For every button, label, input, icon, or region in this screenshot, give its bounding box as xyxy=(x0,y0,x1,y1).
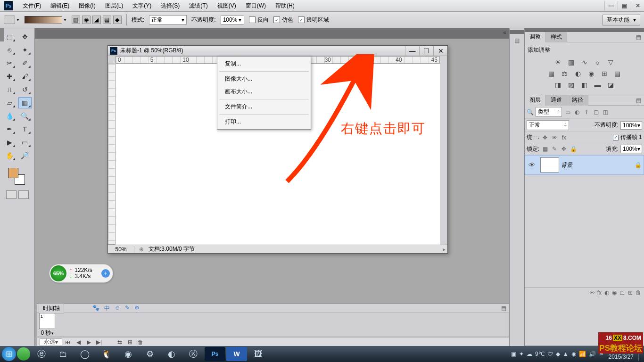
magic-wand-tool-icon[interactable]: ✦◢ xyxy=(18,44,32,56)
emoji-icon[interactable]: ☺ xyxy=(115,304,120,313)
taskbar-app-6-icon[interactable]: ◉ xyxy=(118,347,139,361)
gradient-tool-icon[interactable]: ▦◢ xyxy=(18,97,32,108)
layers-menu-icon[interactable]: ▤ xyxy=(633,97,644,104)
menu-view[interactable]: 视图(V) xyxy=(213,0,241,11)
loop-select[interactable]: 永远 ▾ xyxy=(40,338,62,346)
curves-icon[interactable]: ∿ xyxy=(580,58,589,66)
hand-tool-icon[interactable]: ✋◢ xyxy=(3,150,16,161)
paw-icon[interactable]: 🐾 xyxy=(92,304,99,313)
black-white-icon[interactable]: ◐ xyxy=(573,69,583,78)
eyedropper-tool-icon[interactable]: ✐◢ xyxy=(18,58,32,69)
document-maximize-button[interactable]: ☐ xyxy=(419,46,433,56)
filter-pixel-icon[interactable]: ▭ xyxy=(564,109,571,115)
taskbar-browser-icon[interactable]: ◯ xyxy=(74,347,95,361)
unify-position-icon[interactable]: ✥ xyxy=(541,134,549,141)
levels-icon[interactable]: ▥ xyxy=(567,58,576,66)
menu-image[interactable]: 图像(I) xyxy=(74,0,100,11)
layer-style-icon[interactable]: fx xyxy=(597,289,602,296)
tray-weather-icon[interactable]: ☁ xyxy=(527,351,532,357)
eraser-tool-icon[interactable]: ▱◢ xyxy=(3,97,16,108)
duplicate-frame-icon[interactable]: ⊞ xyxy=(125,338,135,346)
document-titlebar[interactable]: Ps 未标题-1 @ 50%(RGB/8) — ☐ ✕ xyxy=(108,46,447,56)
next-frame-icon[interactable]: ▶| xyxy=(94,338,104,346)
taskbar-kugou-icon[interactable]: Ⓚ xyxy=(183,347,204,361)
document-minimize-button[interactable]: — xyxy=(405,46,419,56)
delete-layer-icon[interactable]: 🗑 xyxy=(636,289,641,296)
channel-mixer-icon[interactable]: ⊞ xyxy=(600,69,609,78)
move-tool-icon[interactable]: ✥ xyxy=(18,31,32,42)
lock-image-icon[interactable]: ✎ xyxy=(551,146,558,152)
vibrance-icon[interactable]: ▽ xyxy=(606,58,616,66)
tray-icon-5[interactable]: ◆ xyxy=(556,351,560,357)
vertical-ruler[interactable] xyxy=(108,64,116,245)
document-close-button[interactable]: ✕ xyxy=(433,46,447,56)
crop-tool-icon[interactable]: ✂◢ xyxy=(3,58,16,69)
taskbar-app-8-icon[interactable]: ◐ xyxy=(161,347,182,361)
invert-icon[interactable]: ◨ xyxy=(553,81,563,89)
path-selection-tool-icon[interactable]: ▶◢ xyxy=(3,137,16,148)
gradient-angle-icon[interactable]: ◢ xyxy=(92,16,101,24)
tween-icon[interactable]: ⇆ xyxy=(115,338,124,346)
tray-icon-6[interactable]: ▲ xyxy=(563,351,569,357)
layer-fill-input[interactable]: 100%▾ xyxy=(620,145,642,153)
color-lookup-icon[interactable]: ▤ xyxy=(613,69,622,78)
frame-delay[interactable]: 0 秒▾ xyxy=(39,329,55,337)
blur-tool-icon[interactable]: 💧◢ xyxy=(3,110,16,122)
menu-select[interactable]: 选择(S) xyxy=(156,0,184,11)
tool-preset-dropdown-icon[interactable]: ▼ xyxy=(16,18,20,22)
gradient-dropdown-icon[interactable]: ▼ xyxy=(63,18,67,22)
proof-icon[interactable]: ⊕ xyxy=(139,246,144,253)
play-icon[interactable]: ▶ xyxy=(84,338,93,346)
transparency-checkbox[interactable]: ✓ xyxy=(298,16,305,23)
menu-help[interactable]: 帮助(H) xyxy=(271,0,299,11)
tray-shield-icon[interactable]: 🛡 xyxy=(547,351,553,357)
marquee-tool-icon[interactable]: ⬚◢ xyxy=(3,31,16,42)
type-tool-icon[interactable]: T◢ xyxy=(18,123,32,135)
foreground-color-swatch[interactable] xyxy=(8,168,18,178)
ime-chinese-icon[interactable]: 中 xyxy=(104,304,110,313)
delete-frame-icon[interactable]: 🗑 xyxy=(136,338,145,346)
zoom-tool-icon[interactable]: 🔎 xyxy=(18,150,32,161)
gradient-map-icon[interactable]: ▬ xyxy=(593,81,603,89)
taskbar-qq-icon[interactable]: 🐧 xyxy=(96,347,117,361)
dither-checkbox[interactable]: ✓ xyxy=(273,16,280,23)
layer-lock-icon[interactable]: 🔒 xyxy=(632,162,644,168)
new-group-icon[interactable]: 🗀 xyxy=(619,289,625,296)
blend-mode-select[interactable]: 正常▾ xyxy=(149,15,187,25)
history-collapsed-icon[interactable]: ▤ xyxy=(512,35,523,46)
gradient-linear-icon[interactable]: ▥ xyxy=(72,16,80,24)
color-balance-icon[interactable]: ⚖ xyxy=(560,69,570,78)
clone-stamp-tool-icon[interactable]: ⎍◢ xyxy=(3,84,16,95)
menu-filter[interactable]: 滤镜(T) xyxy=(184,0,212,11)
hue-saturation-icon[interactable]: ▦ xyxy=(547,69,556,78)
layer-thumbnail[interactable] xyxy=(540,157,559,173)
lock-position-icon[interactable]: ✥ xyxy=(560,146,568,152)
tray-icon-2[interactable]: ✦ xyxy=(519,351,524,357)
taskbar-media-icon[interactable]: ⚙ xyxy=(140,347,160,361)
taskbar-ie-icon[interactable]: ⓔ xyxy=(31,347,52,361)
brightness-contrast-icon[interactable]: ☀ xyxy=(553,58,563,66)
workspace-switcher[interactable]: 基本功能▾ xyxy=(603,15,640,25)
channels-tab[interactable]: 通道 xyxy=(546,95,567,106)
layer-mask-icon[interactable]: ◐ xyxy=(604,289,609,296)
pen-tool-icon[interactable]: ✒◢ xyxy=(3,123,16,135)
menu-edit[interactable]: 编辑(E) xyxy=(46,0,74,11)
document-info[interactable]: 文档:3.00M/0 字节 xyxy=(149,245,195,253)
app-maximize-button[interactable]: ▣ xyxy=(618,1,631,10)
filter-smart-icon[interactable]: ◫ xyxy=(602,109,609,115)
edit-standard-mode-icon[interactable] xyxy=(6,190,17,199)
layer-item-background[interactable]: 👁 背景 🔒 xyxy=(525,155,644,175)
timeline-menu-icon[interactable]: ▤ xyxy=(498,305,509,312)
layer-filter-select[interactable]: 类型÷ xyxy=(536,107,562,117)
unify-visibility-icon[interactable]: 👁 xyxy=(551,134,558,141)
menu-layer[interactable]: 图层(L) xyxy=(100,0,128,11)
context-file-info[interactable]: 文件简介... xyxy=(217,100,311,113)
posterize-icon[interactable]: ▨ xyxy=(567,81,576,89)
layer-blend-mode-select[interactable]: 正常÷ xyxy=(527,120,569,130)
tray-volume-icon[interactable]: 🔊 xyxy=(589,351,596,357)
context-canvas-size[interactable]: 画布大小... xyxy=(217,85,311,98)
layer-name[interactable]: 背景 xyxy=(561,161,632,169)
taskbar-photoshop-icon[interactable]: Ps xyxy=(205,347,225,361)
taskbar-image-viewer-icon[interactable]: 🖼 xyxy=(248,347,269,361)
gear-icon[interactable]: ⚙ xyxy=(134,304,140,313)
